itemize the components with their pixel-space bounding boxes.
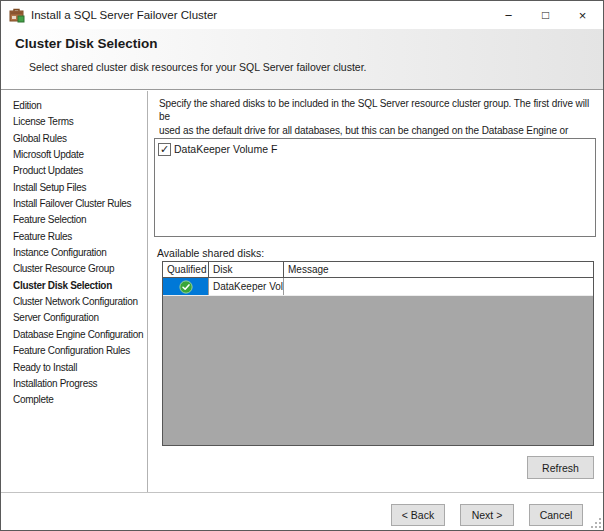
sidebar-item: Install Setup Files	[1, 180, 147, 196]
close-button[interactable]: ×	[564, 1, 601, 29]
disk-list-item-label: DataKeeper Volume F	[174, 143, 277, 155]
sidebar-item: License Terms	[1, 114, 147, 130]
checkbox-checked-icon[interactable]: ✓	[158, 143, 171, 156]
window-controls: − □ ×	[490, 1, 601, 29]
available-disks-label: Available shared disks:	[157, 247, 264, 259]
wizard-window: Install a SQL Server Failover Cluster − …	[0, 0, 604, 531]
sidebar-item: Cluster Network Configuration	[1, 294, 147, 310]
sidebar-item: Database Engine Configuration	[1, 327, 147, 343]
cancel-button[interactable]: Cancel	[529, 504, 583, 526]
grid-header-qualified[interactable]: Qualified	[163, 262, 209, 277]
sidebar-item: Microsoft Update	[1, 147, 147, 163]
shared-disk-checklist[interactable]: ✓DataKeeper Volume F	[154, 138, 596, 237]
sidebar-item: Product Updates	[1, 163, 147, 179]
resize-grip-icon[interactable]	[591, 518, 601, 528]
minimize-button[interactable]: −	[490, 1, 527, 29]
footer-bar: < Back Next > Cancel	[1, 492, 603, 531]
sidebar-item: Complete	[1, 392, 147, 408]
grid-header-row: Qualified Disk Message	[163, 262, 593, 278]
sidebar-item: Feature Selection	[1, 212, 147, 228]
sidebar-item: Ready to Install	[1, 360, 147, 376]
green-check-circle-icon	[179, 280, 193, 294]
page-subtitle: Select shared cluster disk resources for…	[29, 61, 603, 73]
sidebar-item: Edition	[1, 98, 147, 114]
description-line: Specify the shared disks to be included …	[159, 97, 599, 124]
sidebar-item: Feature Rules	[1, 229, 147, 245]
available-disks-grid[interactable]: Qualified Disk Message DataKeeper Vol...	[162, 261, 594, 446]
sidebar-item: Cluster Resource Group	[1, 261, 147, 277]
disk-cell[interactable]: DataKeeper Vol...	[209, 278, 284, 295]
page-title: Cluster Disk Selection	[15, 36, 603, 51]
sidebar-item: Installation Progress	[1, 376, 147, 392]
sidebar-item: Server Configuration	[1, 310, 147, 326]
maximize-button[interactable]: □	[527, 1, 564, 29]
window-title: Install a SQL Server Failover Cluster	[31, 9, 217, 21]
sidebar-item: Instance Configuration	[1, 245, 147, 261]
titlebar[interactable]: Install a SQL Server Failover Cluster − …	[1, 1, 603, 29]
content-panel: Specify the shared disks to be included …	[148, 91, 604, 492]
sidebar-nav: EditionLicense TermsGlobal RulesMicrosof…	[1, 91, 148, 492]
grid-rows: DataKeeper Vol...	[163, 278, 593, 296]
wizard-body: EditionLicense TermsGlobal RulesMicrosof…	[1, 91, 603, 492]
sidebar-item: Feature Configuration Rules	[1, 343, 147, 359]
sidebar-item: Global Rules	[1, 131, 147, 147]
grid-header-message[interactable]: Message	[284, 262, 593, 277]
disk-list-item[interactable]: ✓DataKeeper Volume F	[157, 141, 595, 157]
refresh-button[interactable]: Refresh	[527, 456, 594, 479]
message-cell[interactable]	[284, 278, 593, 295]
grid-row[interactable]: DataKeeper Vol...	[163, 278, 593, 296]
back-button[interactable]: < Back	[391, 504, 445, 526]
grid-header-disk[interactable]: Disk	[209, 262, 284, 277]
sql-setup-toolbox-icon	[9, 7, 25, 23]
next-button[interactable]: Next >	[460, 504, 514, 526]
wizard-header: Cluster Disk Selection Select shared clu…	[1, 29, 603, 90]
sidebar-item: Install Failover Cluster Rules	[1, 196, 147, 212]
sidebar-item: Cluster Disk Selection	[1, 278, 147, 294]
qualified-cell[interactable]	[163, 278, 209, 295]
